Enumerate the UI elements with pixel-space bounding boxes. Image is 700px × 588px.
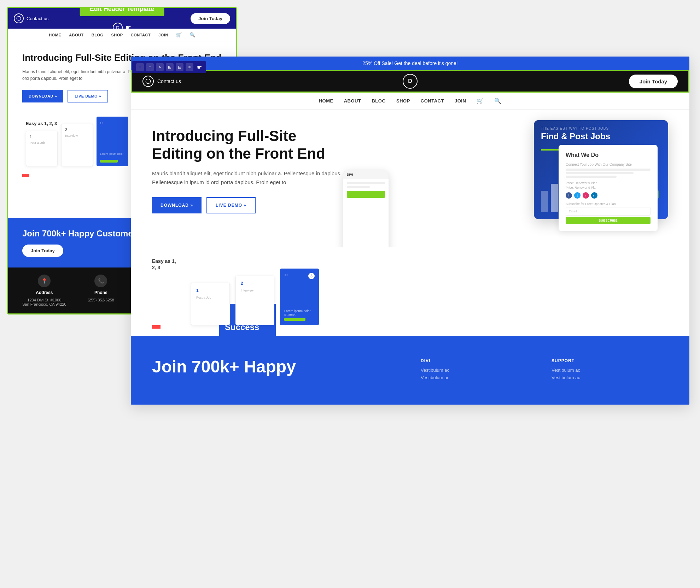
front-live-demo-button[interactable]: LIVE DEMO » [206, 197, 256, 213]
front-steps-section: Easy as 1, 2, 3 1 Post a Job 2 Interview… [131, 247, 689, 336]
phone-icon [14, 13, 24, 23]
step-card-2: 2 Interview [61, 124, 93, 166]
back-live-demo-button[interactable]: LIVE DEMO » [68, 90, 108, 102]
front-nav-about[interactable]: ABOUT [344, 98, 361, 104]
front-hero-desc: Mauris blandit aliquet elit, eget tincid… [152, 169, 350, 187]
divi-d-letter: D [408, 78, 412, 84]
cart-icon: 🛒 [176, 32, 182, 37]
front-nav-join[interactable]: JOIN [455, 98, 466, 104]
wwd-fb-icon: f [566, 192, 572, 199]
front-download-button[interactable]: DOWNLOAD » [152, 197, 202, 213]
back-cursor-icon: ☛ [126, 24, 131, 31]
wwd-tw-icon: t [574, 192, 581, 199]
footer-divi-item-2: Vestibulum ac [421, 375, 537, 380]
back-divi-icon: D [113, 23, 123, 33]
toolbar-edit-btn[interactable]: ✎ [156, 63, 164, 71]
back-nav-home[interactable]: HOME [49, 33, 61, 37]
what-we-do-subtitle: Connect Your Job With Our Company Site [566, 163, 651, 166]
back-nav-join[interactable]: JOIN [158, 33, 168, 37]
toolbar-grid-btn[interactable]: ⊞ [166, 63, 174, 71]
what-we-do-card: What We Do Connect Your Job With Our Com… [559, 145, 658, 231]
front-step-2: 2 Interview [235, 276, 274, 325]
front-nav-contact[interactable]: CONTACT [421, 98, 444, 104]
back-nav-shop[interactable]: SHOP [111, 33, 123, 37]
toolbar-delete-btn[interactable]: ✕ [186, 63, 193, 71]
front-nav-shop[interactable]: SHOP [396, 98, 410, 104]
back-footer-join-button[interactable]: Join Today [22, 245, 63, 257]
back-contact-label: Contact us [27, 16, 48, 21]
red-deco-back [22, 174, 29, 177]
front-step-3: " Lorem ipsum dolor sit amet 3 [280, 269, 319, 325]
front-nav-home[interactable]: HOME [319, 98, 333, 104]
step-badge-3: 3 [308, 273, 315, 279]
footer-divi-col: DIVI Vestibulum ac Vestibulum ac [421, 358, 537, 382]
wwd-email-input[interactable]: Email [566, 207, 651, 216]
bar-1 [541, 191, 548, 212]
front-body: Introducing Full-Site Editing on the Fro… [131, 110, 689, 247]
front-footer-left: Join 700k+ Happy [152, 357, 399, 383]
search-icon: 🔍 [189, 32, 195, 37]
wwd-bar-1 [566, 169, 651, 171]
svg-point-0 [17, 16, 21, 20]
easy-label: Easy as 1, 2, 3 [26, 120, 57, 127]
wwd-subscribe: Subscribe for Free: Updates & Plan Email… [566, 202, 651, 224]
wwd-ig-icon: i [583, 192, 589, 199]
footer-support-col: SUPPORT Vestibulum ac Vestibulum ac [552, 358, 668, 382]
phone-mock-1: DIVI [343, 170, 389, 254]
phone-line-2 [347, 186, 370, 188]
front-red-deco [152, 325, 161, 329]
back-nav-about[interactable]: ABOUT [69, 33, 84, 37]
front-step-1: 1 Post a Job [191, 283, 230, 325]
back-contact-us: Contact us [14, 13, 48, 23]
footer-phone-val: (255) 352-6258 [88, 298, 114, 302]
footer-phone-label: Phone [94, 290, 107, 295]
wwd-bar-2 [566, 172, 634, 174]
front-nav-blog[interactable]: BLOG [372, 98, 386, 104]
wwd-label-2: Price: Renewer 9 Plan [566, 186, 651, 189]
back-nav-blog[interactable]: BLOG [92, 33, 104, 37]
step-3-bar [284, 318, 305, 321]
step-cards: 1 Post a Job 2 Interview " Lorem ipsum d… [26, 131, 128, 166]
front-cta-buttons: DOWNLOAD » LIVE DEMO » [152, 197, 350, 213]
toolbar-add-btn[interactable]: + [136, 63, 144, 71]
footer-phone-item: 📞 Phone (255) 352-6258 [88, 275, 114, 306]
front-easy-label-container: Easy as 1, 2, 3 [152, 258, 180, 325]
step-label-1: Post a Job [196, 296, 224, 299]
front-cart-icon: 🛒 [477, 98, 484, 104]
phone-contact-icon: 📞 [94, 275, 107, 287]
front-hero-left: Introducing Full-Site Editing on the Fro… [152, 127, 350, 233]
wwd-subscribe-btn[interactable]: SUBSCRIBE [566, 217, 651, 224]
wwd-li-icon: in [591, 192, 597, 199]
toolbar-move-btn[interactable]: ↑ [146, 63, 154, 71]
step-card-1: 1 Post a Job [26, 131, 58, 166]
phone-line-1 [347, 182, 385, 184]
front-nav: HOME ABOUT BLOG SHOP CONTACT JOIN 🛒 🔍 [131, 93, 689, 110]
phone-body-1 [343, 179, 389, 201]
floating-phones: DIVI [343, 170, 389, 254]
back-download-button[interactable]: DOWNLOAD » [22, 90, 63, 102]
front-contact-us: Contact us [142, 76, 181, 87]
toolbar-minus-btn[interactable]: ⊟ [176, 63, 183, 71]
edit-header-button[interactable]: Edit Header Template [80, 7, 164, 16]
header-toolbar: + ↑ ✎ ⊞ ⊟ ✕ ☛ [132, 61, 206, 73]
divi-icon: D [403, 74, 418, 89]
front-footer-right: DIVI Vestibulum ac Vestibulum ac SUPPORT… [421, 358, 668, 382]
step-card-3: " Lorem ipsum dolor [97, 117, 128, 166]
back-join-today-button[interactable]: Join Today [191, 13, 230, 24]
back-center-icons: D ☛ [113, 23, 131, 33]
back-nav-contact[interactable]: CONTACT [131, 33, 151, 37]
front-header: + ↑ ✎ ⊞ ⊟ ✕ ☛ Contact us D Join Today [131, 70, 689, 93]
front-contact-label: Contact us [157, 78, 181, 84]
divi-letter: D [116, 25, 119, 30]
wwd-social-icons: f t i in [566, 192, 651, 199]
footer-support-col-title: SUPPORT [552, 358, 668, 363]
bar-2 [551, 184, 558, 212]
footer-address-item: 📍 Address 1234 Divi St. #1000San Francis… [22, 275, 66, 306]
what-we-do-title: What We Do [566, 152, 651, 158]
front-divi-circle: D [403, 74, 418, 89]
wwd-bar-3 [566, 176, 617, 178]
footer-divi-item-1: Vestibulum ac [421, 368, 537, 373]
announcement-text: 25% Off Sale! Get the deal before it's g… [362, 60, 457, 66]
front-join-today-button[interactable]: Join Today [629, 75, 678, 88]
front-hero-right: THE EASIEST WAY TO POST JOBS Find & Post… [364, 127, 668, 233]
